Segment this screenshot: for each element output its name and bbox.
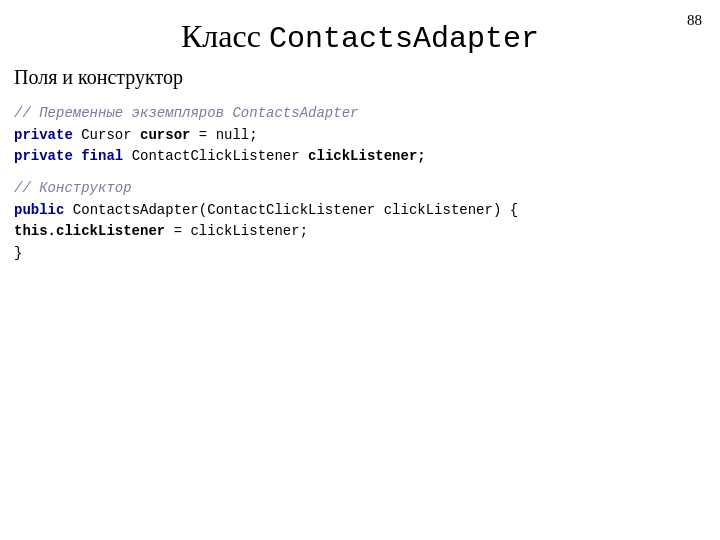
code-line-4: this.clickListener = clickListener; [14,221,706,243]
keyword-private-2: private [14,148,73,164]
assignment-rest: = clickListener; [165,223,308,239]
keyword-final: final [73,148,123,164]
type-cursor: Cursor [73,127,140,143]
main-title: Класс ContactsAdapter [0,18,720,56]
code-line-1: private Cursor cursor = null; [14,125,706,147]
type-contactclicklistener: ContactClickListener [123,148,308,164]
code-line-2: private final ContactClickListener click… [14,146,706,168]
title-text: Класс [181,18,269,54]
page-number: 88 [687,12,702,29]
title-code: ContactsAdapter [269,22,539,56]
comment-line-1: // Переменные экземпляров ContactsAdapte… [14,103,706,125]
keyword-public: public [14,202,64,218]
keyword-private-1: private [14,127,73,143]
constructor-rest: ContactsAdapter(ContactClickListener cli… [64,202,518,218]
rest-line1: = null; [190,127,257,143]
var-clicklistener: clickListener; [308,148,426,164]
code-line-3: public ContactsAdapter(ContactClickListe… [14,200,706,222]
section-heading: Поля и конструктор [14,66,720,89]
var-cursor: cursor [140,127,190,143]
spacer-1 [14,168,706,178]
comment-line-2: // Конструктор [14,178,706,200]
code-block: // Переменные экземпляров ContactsAdapte… [14,103,706,265]
code-line-5: } [14,243,706,265]
this-clicklistener: this.clickListener [14,223,165,239]
